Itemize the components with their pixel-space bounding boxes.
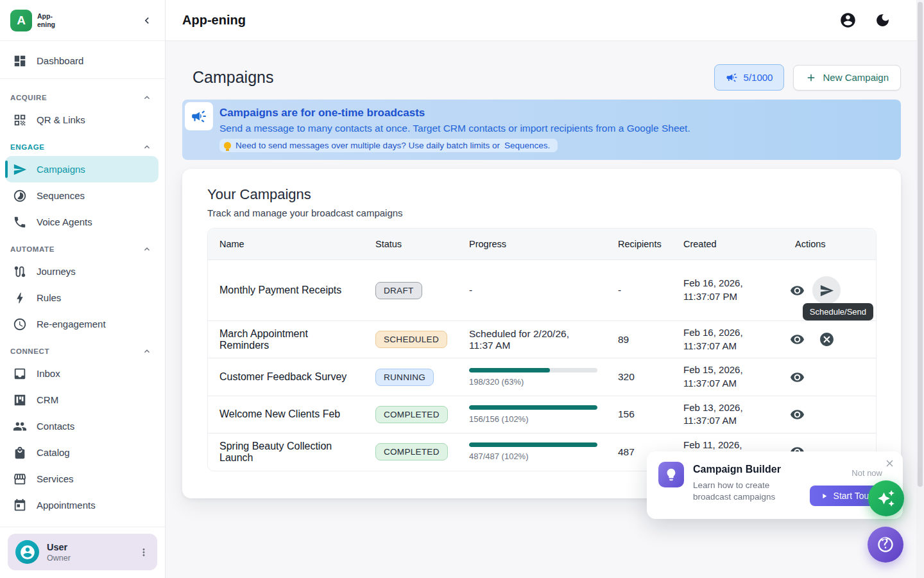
sidebar-item-voice-agents[interactable]: Voice Agents [5,209,158,235]
schedule-send-button[interactable] [812,276,841,304]
view-button[interactable] [790,283,805,298]
column-created: Created [672,229,783,259]
progress-text: Scheduled for 2/20/26, 11:37 AM [458,323,606,356]
not-now-button[interactable]: Not now [851,468,882,478]
sidebar-item-label: Dashboard [37,55,83,66]
sidebar-item-appointments[interactable]: Appointments [5,492,158,518]
column-progress: Progress [458,229,606,259]
lightbulb-icon [658,462,684,487]
sidebar-item-catalog[interactable]: Catalog [5,439,158,466]
chevron-up-icon [142,142,152,152]
banner-subtitle: Send a message to many contacts at once.… [219,123,891,134]
table-row: Customer Feedback Survey RUNNING 198/320… [208,358,876,395]
user-role: Owner [47,554,130,563]
plus-icon [805,72,817,83]
sidebar-item-re-engagement[interactable]: Re-engagement [5,311,158,337]
info-banner: Campaigns are for one-time broadcasts Se… [182,100,901,160]
quota-value: 5/1000 [744,72,773,83]
sidebar-item-inbox[interactable]: Inbox [5,360,158,387]
sparkles-icon [877,489,895,507]
sidebar-section-engage[interactable]: ENGAGE [0,133,165,156]
campaigns-table: Name Status Progress Recipients Created … [207,228,877,471]
sidebar-item-label: Re-engagement [37,319,106,329]
progress-label: 487/487 (102%) [469,451,595,461]
collapse-sidebar-icon[interactable] [141,14,153,27]
eye-icon [790,332,805,347]
sidebar-item-contacts[interactable]: Contacts [5,413,158,439]
sidebar-item-label: Appointments [37,500,96,511]
sidebar-item-crm[interactable]: CRM [5,387,158,413]
clock-icon [13,317,27,331]
sidebar-item-dashboard[interactable]: Dashboard [5,48,158,74]
close-icon[interactable] [884,458,895,469]
user-avatar [15,540,39,564]
sidebar-item-label: Journeys [37,266,76,277]
view-button[interactable] [790,407,805,422]
header-actions: 5/1000 New Campaign [714,64,901,91]
card-title: Your Campaigns [207,186,877,203]
sidebar: A App- ening Dashboard ACQUIRE [0,0,166,578]
recipients-value: 320 [606,366,672,388]
megaphone-icon [726,71,738,83]
column-status: Status [364,229,458,259]
play-icon [820,492,828,500]
sidebar-item-sequences[interactable]: Sequences [5,182,158,209]
route-icon [13,265,27,279]
status-badge: COMPLETED [375,406,448,423]
sidebar-item-label: Sequences [37,190,85,201]
more-vert-icon[interactable] [138,547,150,558]
cancel-button[interactable] [819,331,835,347]
sidebar-item-services[interactable]: Services [5,466,158,492]
quota-badge[interactable]: 5/1000 [714,64,785,91]
eye-icon [790,283,805,298]
sidebar-item-journeys[interactable]: Journeys [5,258,158,285]
progress-cell: 487/487 (102%) [458,437,606,466]
sidebar-item-qr-links[interactable]: QR & Links [5,107,158,133]
campaigns-card: Your Campaigns Track and manage your bro… [182,169,901,498]
popup-description: Learn how to create broadcast campaigns [693,480,799,503]
progress-bar [469,368,597,372]
sidebar-item-label: Services [37,473,74,484]
progress-bar [469,442,597,447]
table-row: March Appointment Reminders SCHEDULED Sc… [208,320,876,358]
account-icon[interactable] [839,12,857,29]
sidebar-section-automate[interactable]: AUTOMATE [0,235,165,258]
sequences-link[interactable]: Sequences. [504,141,550,150]
banner-title: Campaigns are for one-time broadcasts [219,107,891,119]
created-value: Feb 15, 2026, 11:37:07 AM [672,358,783,395]
app-logo: A App- ening [10,10,55,31]
help-fab[interactable] [868,527,903,563]
cancel-icon [819,331,835,347]
phone-icon [13,215,27,229]
dark-mode-moon-icon[interactable] [875,12,891,28]
progress-cell: 198/320 (63%) [458,363,606,392]
sidebar-item-rules[interactable]: Rules [5,285,158,311]
created-value: Feb 16, 2026, 11:37:07 PM [672,272,783,308]
scrollbar-thumb[interactable] [918,2,923,487]
new-campaign-button[interactable]: New Campaign [793,65,901,91]
sidebar-section-acquire[interactable]: ACQUIRE [0,83,165,107]
sidebar-item-label: Inbox [37,368,60,379]
sidebar-item-campaigns[interactable]: Campaigns [5,156,158,182]
view-button[interactable] [790,332,805,347]
qr-code-icon [13,113,27,127]
column-actions: Actions [783,229,876,259]
sidebar-item-label: Campaigns [37,164,85,175]
row-actions [783,402,876,427]
user-card[interactable]: User Owner [8,534,157,570]
user-name: User [47,542,130,552]
sidebar-nav: Dashboard ACQUIRE QR & Links ENGAGE Camp… [0,41,165,527]
campaign-builder-popup: Campaign Builder Learn how to create bro… [647,451,903,519]
divider [0,78,165,79]
user-meta: User Owner [47,542,130,563]
logo-icon: A [10,10,32,31]
ai-assistant-fab[interactable] [868,480,904,516]
page-title: Campaigns [193,68,273,87]
sidebar-item-label: Voice Agents [37,216,92,227]
sidebar-section-connect[interactable]: CONNECT [0,337,165,360]
popup-body: Campaign Builder Learn how to create bro… [693,462,801,506]
send-icon [819,283,834,298]
page-header: Campaigns 5/1000 New Campaign [182,57,901,91]
view-button[interactable] [790,370,805,385]
lightbulb-emoji-icon [224,142,231,149]
